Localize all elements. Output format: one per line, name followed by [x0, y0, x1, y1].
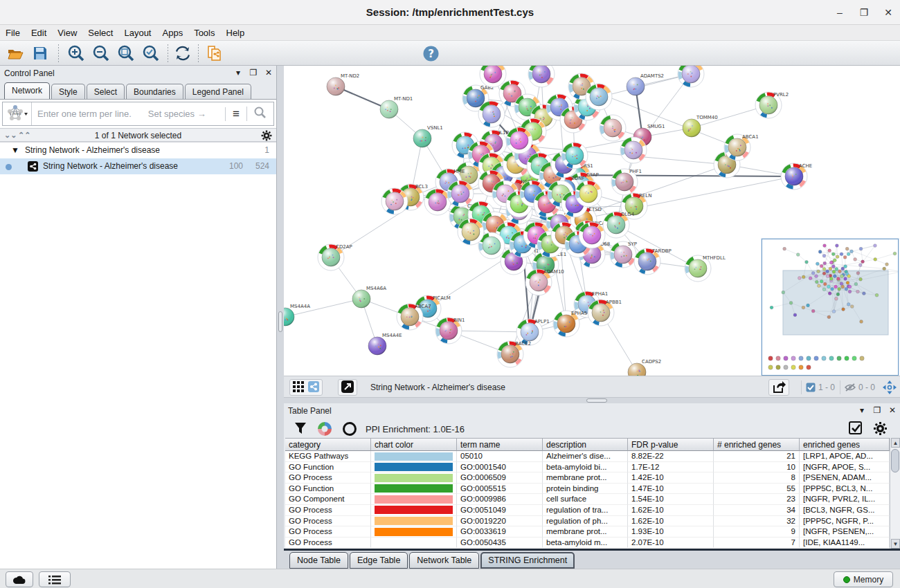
table-row[interactable]: GO ProcessGO:0006509membrane prot...1.42… [285, 472, 890, 484]
cell-count: 34 [714, 505, 800, 516]
string-search-icon[interactable] [246, 107, 273, 121]
help-icon[interactable]: ? [420, 43, 442, 64]
column-header[interactable]: enriched genes [800, 438, 890, 451]
grid-view-icon[interactable] [293, 381, 304, 394]
save-session-button[interactable] [29, 43, 51, 64]
cell-fdr: 1.47E-10 [628, 484, 714, 495]
tab-style[interactable]: Style [51, 84, 85, 99]
table-row[interactable]: GO ProcessGO:0051049regulation of tra...… [285, 505, 890, 516]
network-share-icon[interactable] [308, 381, 319, 394]
svg-text:APLP1: APLP1 [534, 319, 550, 324]
cloud-button[interactable] [6, 571, 33, 587]
table-row[interactable]: KEGG Pathways05010Alzheimer's dise...8.8… [285, 451, 890, 462]
chart-color-icon[interactable] [317, 421, 332, 439]
table-splitter-grip[interactable] [586, 398, 607, 403]
clone-network-icon[interactable] [204, 43, 226, 64]
close-button[interactable]: ✕ [879, 6, 897, 19]
table-row[interactable]: GO FunctionGO:0005515protein binding1.47… [285, 484, 890, 495]
memory-button[interactable]: Memory [834, 571, 893, 587]
panel-splitter[interactable] [277, 66, 284, 569]
menu-layout[interactable]: Layout [118, 25, 156, 38]
cell-term: GO:0009986 [457, 494, 543, 505]
table-row[interactable]: GO ProcessGO:0050435beta-amyloid m...2.0… [285, 538, 890, 549]
string-query-placeholder[interactable]: Enter one term per line. [37, 109, 132, 119]
chart-color-swatch [371, 505, 457, 516]
panel-float-icon[interactable]: ❐ [249, 68, 258, 77]
column-header[interactable]: # enriched genes [714, 438, 800, 451]
column-header[interactable]: FDR p-value [628, 438, 714, 451]
column-header[interactable]: category [285, 438, 371, 451]
network-canvas[interactable]: MT-ND2MT-ND1VSNL1GAB2ADAMTS2PVRL2TOMM40S… [284, 66, 900, 376]
tab-edge-table[interactable]: Edge Table [350, 552, 408, 569]
collection-row[interactable]: ▼ String Network - Alzheimer's disease 1 [0, 143, 276, 158]
export-network-icon[interactable] [768, 379, 789, 396]
string-logo-dropdown[interactable]: STRING [3, 102, 32, 125]
menu-edit[interactable]: Edit [26, 25, 52, 38]
network-navigator[interactable] [762, 239, 899, 376]
zoom-selected-icon[interactable] [140, 43, 162, 64]
chart-color-swatch [371, 494, 457, 505]
column-header[interactable]: term name [457, 438, 543, 451]
menu-help[interactable]: Help [221, 25, 251, 38]
cell-genes: [BCL3, NGFR, GS... [800, 505, 890, 516]
column-header[interactable]: description [543, 438, 628, 451]
tab-legend-panel[interactable]: Legend Panel [185, 84, 251, 99]
main-toolbar: ? [0, 41, 900, 66]
panel-close-icon[interactable]: ✕ [264, 68, 273, 77]
network-edge-count: 524 [255, 158, 269, 174]
menu-apps[interactable]: Apps [157, 25, 189, 38]
string-options-icon[interactable]: ≡ [225, 107, 246, 121]
cell-genes: [PSENEN, ADAM... [800, 472, 890, 484]
svg-text:TOMM40: TOMM40 [696, 115, 718, 120]
table-panel-menu-icon[interactable]: ▾ [857, 405, 867, 415]
detach-view-icon[interactable] [341, 380, 354, 395]
zoom-fit-icon[interactable] [115, 43, 137, 64]
refresh-icon[interactable] [172, 43, 194, 64]
network-selected-status: 1 of 1 Network selected [0, 131, 276, 140]
svg-text:ABCA7: ABCA7 [415, 304, 431, 309]
scroll-down-arrow[interactable]: ▼ [891, 539, 900, 549]
zoom-out-icon[interactable] [90, 43, 112, 64]
table-splitter[interactable] [284, 398, 900, 403]
table-row[interactable]: GO ComponentGO:0009986cell surface1.54E-… [285, 494, 890, 505]
menu-tools[interactable]: Tools [188, 25, 220, 38]
cell-count: 55 [714, 484, 800, 495]
network-row-selected[interactable]: String Network - Alzheimer's disease 100… [0, 158, 276, 174]
birds-eye-toggle-icon[interactable] [882, 380, 897, 397]
menu-select[interactable]: Select [82, 25, 118, 38]
tab-string-enrichment[interactable]: STRING Enrichment [480, 552, 575, 569]
column-header[interactable]: chart color [371, 438, 457, 451]
cell-fdr: 1.54E-10 [628, 494, 714, 505]
tab-boundaries[interactable]: Boundaries [126, 84, 183, 99]
menu-view[interactable]: View [52, 25, 82, 38]
minimize-button[interactable]: – [831, 6, 849, 19]
table-scrollbar[interactable]: ▲ ▼ [890, 438, 900, 549]
splitter-grip[interactable] [278, 311, 282, 332]
set-species-hint[interactable]: Set species → [148, 109, 206, 119]
table-row[interactable]: GO FunctionGO:0001540beta-amyloid bi...1… [285, 462, 890, 473]
scrollbar-thumb[interactable] [891, 449, 899, 472]
zoom-in-icon[interactable] [65, 43, 87, 64]
menu-file[interactable]: File [0, 25, 26, 38]
table-panel-float-icon[interactable]: ❐ [872, 405, 882, 415]
tab-network-table[interactable]: Network Table [409, 552, 479, 569]
table-row[interactable]: GO ProcessGO:0033619membrane prot...1.93… [285, 526, 890, 538]
enrichment-table[interactable]: categorychart colorterm namedescriptionF… [285, 438, 890, 549]
table-row[interactable]: GO ProcessGO:0019220regulation of ph...1… [285, 516, 890, 527]
tab-node-table[interactable]: Node Table [289, 552, 348, 569]
select-rows-checkbox-icon[interactable] [849, 421, 863, 437]
open-file-button[interactable] [4, 43, 26, 64]
maximize-button[interactable]: ❐ [855, 6, 873, 19]
network-panel-gear-icon[interactable] [261, 130, 272, 143]
ring-chart-icon[interactable] [342, 421, 357, 439]
filter-icon[interactable] [294, 421, 307, 437]
table-panel-close-icon[interactable]: ✕ [888, 405, 897, 415]
memory-label: Memory [854, 575, 883, 585]
cell-category: GO Process [285, 472, 371, 484]
panel-menu-icon[interactable]: ▾ [233, 68, 243, 77]
tab-network[interactable]: Network [4, 82, 50, 99]
table-settings-gear-icon[interactable] [873, 421, 888, 438]
scroll-up-arrow[interactable]: ▲ [891, 438, 900, 448]
task-list-button[interactable] [39, 571, 71, 587]
tab-select[interactable]: Select [87, 84, 125, 99]
